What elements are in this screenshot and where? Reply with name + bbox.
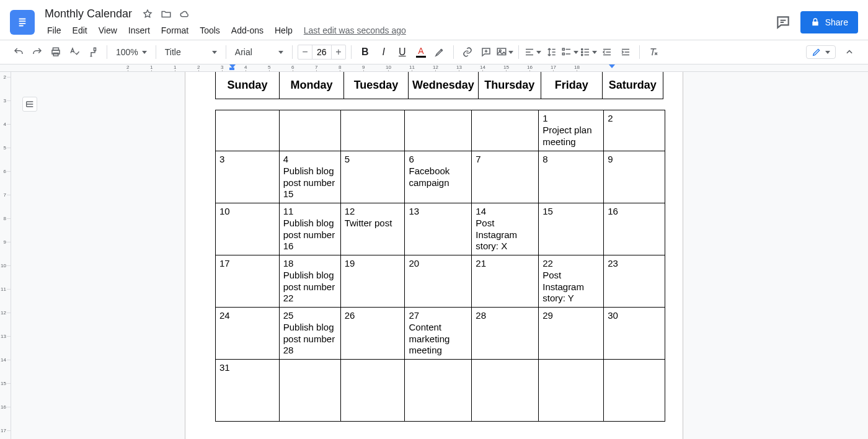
left-indent-marker[interactable] xyxy=(229,64,236,70)
redo-icon[interactable] xyxy=(29,43,46,61)
calendar-cell[interactable]: 20 xyxy=(405,255,472,308)
calendar-cell[interactable]: 6Facebook campaign xyxy=(405,151,472,203)
calendar-cell[interactable]: 10 xyxy=(216,203,280,255)
calendar-cell[interactable]: 27Content marketing meeting xyxy=(405,308,472,360)
underline-icon[interactable]: U xyxy=(394,43,411,61)
editing-mode-button[interactable] xyxy=(806,45,836,59)
calendar-cell[interactable] xyxy=(279,360,340,422)
last-edit-link[interactable]: Last edit was seconds ago xyxy=(299,23,411,38)
horizontal-ruler[interactable]: 21123456789101112131415161718 xyxy=(0,64,868,72)
calendar-cell[interactable]: 25Publish blog post number 28 xyxy=(279,308,340,360)
insert-image-icon[interactable] xyxy=(496,43,513,61)
doc-title[interactable]: Monthly Calendar xyxy=(42,6,135,22)
calendar-cell[interactable]: 19 xyxy=(340,255,405,308)
calendar-cell[interactable]: 29 xyxy=(539,308,604,360)
day-header-cell[interactable]: Sunday xyxy=(216,72,280,99)
comments-icon[interactable] xyxy=(774,14,792,31)
document-canvas[interactable]: SundayMondayTuesdayWednesdayThursdayFrid… xyxy=(11,72,868,439)
insert-link-icon[interactable] xyxy=(459,43,476,61)
align-icon[interactable] xyxy=(524,43,541,61)
menu-addons[interactable]: Add-ons xyxy=(226,23,268,38)
menu-help[interactable]: Help xyxy=(270,23,298,38)
calendar-cell[interactable]: 21 xyxy=(472,255,539,308)
move-icon[interactable] xyxy=(161,9,172,20)
decrease-indent-icon[interactable] xyxy=(598,43,616,61)
paragraph-style-select[interactable]: Title xyxy=(161,43,221,61)
calendar-cell[interactable] xyxy=(539,360,604,422)
paint-format-icon[interactable] xyxy=(84,43,102,61)
collapse-toolbar-icon[interactable] xyxy=(841,43,858,61)
share-button[interactable]: Share xyxy=(800,11,858,33)
font-size-value[interactable]: 26 xyxy=(312,45,332,59)
calendar-cell[interactable] xyxy=(340,360,405,422)
calendar-cell[interactable]: 9 xyxy=(604,151,665,203)
calendar-cell[interactable]: 18Publish blog post number 22 xyxy=(279,255,340,308)
calendar-cell[interactable] xyxy=(405,110,472,151)
calendar-cell[interactable]: 16 xyxy=(604,203,665,255)
calendar-cell[interactable] xyxy=(472,360,539,422)
bold-icon[interactable]: B xyxy=(356,43,374,61)
italic-icon[interactable]: I xyxy=(375,43,392,61)
day-header-cell[interactable]: Tuesday xyxy=(344,72,409,99)
calendar-cell[interactable] xyxy=(405,360,472,422)
menu-file[interactable]: File xyxy=(42,23,66,38)
bulleted-list-icon[interactable] xyxy=(580,43,597,61)
calendar-cell[interactable]: 24 xyxy=(216,308,280,360)
day-header-cell[interactable]: Monday xyxy=(280,72,344,99)
zoom-select[interactable]: 100% xyxy=(112,43,151,61)
calendar-cell[interactable]: 17 xyxy=(216,255,280,308)
calendar-cell[interactable]: 1Project plan meeting xyxy=(539,110,604,151)
outline-toggle-icon[interactable] xyxy=(22,97,37,112)
calendar-cell[interactable] xyxy=(216,110,280,151)
line-spacing-icon[interactable] xyxy=(542,43,560,61)
calendar-cell[interactable]: 8 xyxy=(539,151,604,203)
right-indent-marker[interactable] xyxy=(609,64,615,68)
page[interactable]: SundayMondayTuesdayWednesdayThursdayFrid… xyxy=(185,72,683,439)
calendar-cell[interactable] xyxy=(604,360,665,422)
add-comment-icon[interactable] xyxy=(477,43,495,61)
calendar-cell[interactable] xyxy=(340,110,405,151)
text-color-icon[interactable]: A xyxy=(412,43,430,61)
calendar-cell[interactable]: 31 xyxy=(216,360,280,422)
menu-view[interactable]: View xyxy=(94,23,122,38)
calendar-cell[interactable]: 15 xyxy=(539,203,604,255)
print-icon[interactable] xyxy=(47,43,64,61)
star-icon[interactable] xyxy=(142,9,153,20)
spellcheck-icon[interactable] xyxy=(66,43,83,61)
calendar-cell[interactable]: 28 xyxy=(472,308,539,360)
calendar-cell[interactable]: 3 xyxy=(216,151,280,203)
day-header-cell[interactable]: Thursday xyxy=(478,72,541,99)
day-header-cell[interactable]: Friday xyxy=(541,72,602,99)
checklist-icon[interactable] xyxy=(561,43,578,61)
vertical-ruler[interactable]: 234567891011121314151617 xyxy=(0,72,11,439)
calendar-cell[interactable]: 22Post Instagram story: Y xyxy=(539,255,604,308)
undo-icon[interactable] xyxy=(10,43,27,61)
increase-indent-icon[interactable] xyxy=(617,43,634,61)
font-select[interactable]: Arial xyxy=(231,43,287,61)
decrease-font-button[interactable]: − xyxy=(298,47,312,58)
calendar-cell[interactable]: 23 xyxy=(604,255,665,308)
day-header-cell[interactable]: Saturday xyxy=(602,72,663,99)
highlight-color-icon[interactable] xyxy=(431,43,448,61)
increase-font-button[interactable]: + xyxy=(332,47,345,58)
docs-logo-icon[interactable] xyxy=(10,10,35,35)
clear-formatting-icon[interactable] xyxy=(645,43,662,61)
calendar-cell[interactable]: 5 xyxy=(340,151,405,203)
menu-edit[interactable]: Edit xyxy=(68,23,92,38)
day-header-cell[interactable]: Wednesday xyxy=(409,72,479,99)
calendar-cell[interactable]: 2 xyxy=(604,110,665,151)
menu-format[interactable]: Format xyxy=(156,23,193,38)
cloud-status-icon[interactable] xyxy=(179,9,190,20)
calendar-cell[interactable]: 11Publish blog post number 16 xyxy=(279,203,340,255)
calendar-cell[interactable]: 4Publish blog post number 15 xyxy=(279,151,340,203)
menu-insert[interactable]: Insert xyxy=(123,23,155,38)
calendar-cell[interactable]: 30 xyxy=(604,308,665,360)
calendar-cell[interactable]: 13 xyxy=(405,203,472,255)
calendar-cell[interactable]: 14Post Instagram story: X xyxy=(472,203,539,255)
calendar-cell[interactable] xyxy=(472,110,539,151)
calendar-cell[interactable]: 7 xyxy=(472,151,539,203)
calendar-cell[interactable]: 26 xyxy=(340,308,405,360)
calendar-cell[interactable] xyxy=(279,110,340,151)
menu-tools[interactable]: Tools xyxy=(195,23,225,38)
calendar-cell[interactable]: 12Twitter post xyxy=(340,203,405,255)
